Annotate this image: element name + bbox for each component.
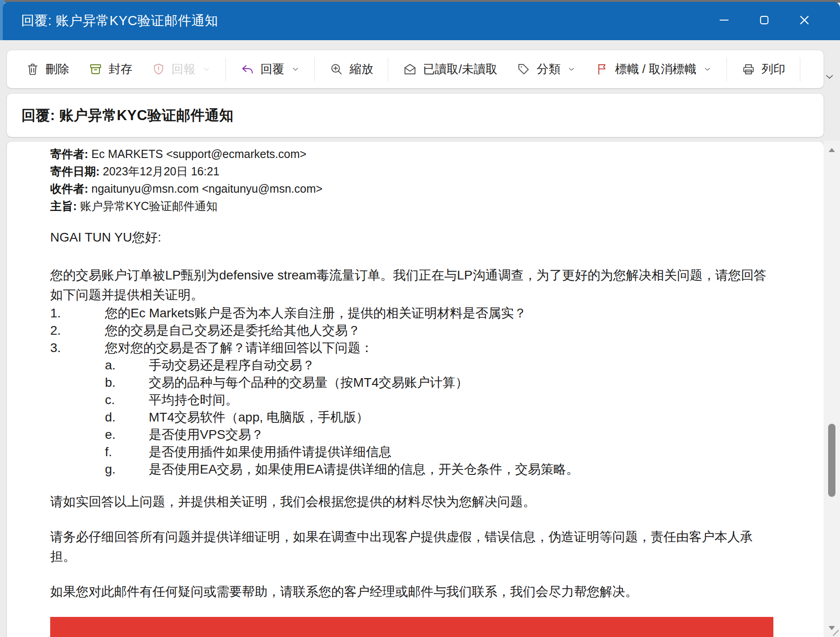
list-number: 1. <box>50 305 105 322</box>
list-text: 手动交易还是程序自动交易？ <box>149 357 315 374</box>
list-item: 2. 您的交易是自己交易还是委托给其他人交易？ <box>50 322 777 339</box>
tag-icon <box>517 62 531 76</box>
from-value: Ec MARKETS <support@ecmarkets.com> <box>88 147 306 160</box>
chevron-down-icon[interactable] <box>703 65 712 74</box>
report-button: 回報 <box>142 56 220 83</box>
list-number: 3. <box>50 339 105 357</box>
toolbar-divider <box>726 58 727 81</box>
toolbar-divider <box>314 58 315 81</box>
scrollbar-thumb[interactable] <box>828 424 835 497</box>
categorize-label: 分類 <box>537 61 560 77</box>
sub-list-item: c. 平均持仓时间。 <box>105 391 777 409</box>
archive-button[interactable]: 封存 <box>79 56 142 83</box>
toolbar-more-chevron-down-icon[interactable] <box>824 71 837 84</box>
to-label: 收件者: <box>50 182 88 195</box>
toolbar-divider <box>388 58 388 81</box>
flag-unflag-button[interactable]: 標幟 / 取消標幟 <box>585 56 721 83</box>
zoom-button[interactable]: 縮放 <box>320 56 383 83</box>
to-value: ngaitunyu@msn.com <ngaitunyu@msn.com> <box>88 182 323 195</box>
list-number: 2. <box>50 322 105 339</box>
archive-icon <box>89 62 103 76</box>
toolbar: 刪除 封存 回報 <box>7 50 824 88</box>
read-unread-envelope-icon <box>403 62 417 76</box>
flag-icon <box>595 62 609 76</box>
sub-list-item: f. 是否使用插件如果使用插件请提供详细信息 <box>105 443 777 461</box>
close-button[interactable] <box>791 7 818 35</box>
report-shield-icon <box>151 62 166 76</box>
sub-list-item: a. 手动交易还是程序自动交易？ <box>105 357 777 374</box>
reply-button[interactable]: 回覆 <box>231 56 309 83</box>
from-label: 寄件者: <box>50 147 88 160</box>
list-text: 是否使用插件如果使用插件请提供详细信息 <box>149 443 391 461</box>
page-title: 回覆: 账户异常KYC验证邮件通知 <box>21 106 234 125</box>
reply-arrow-icon <box>240 62 255 76</box>
report-label: 回報 <box>172 61 195 77</box>
trash-icon <box>26 62 40 76</box>
window-controls <box>710 7 818 35</box>
zoom-label: 縮放 <box>350 61 373 77</box>
question-list: 1. 您的Ec Markets账户是否为本人亲自注册，提供的相关证明材料是否属实… <box>50 305 777 478</box>
list-text: 是否使用EA交易，如果使用EA请提供详细的信息，开关仓条件，交易策略。 <box>149 461 579 478</box>
scroll-up-icon <box>829 148 835 152</box>
sub-list-item: b. 交易的品种与每个品种的交易量（按MT4交易账户计算） <box>105 374 777 391</box>
date-label: 寄件日期: <box>50 165 99 178</box>
closing-paragraph: 请务必仔细回答所有问题并提供详细证明，如果在调查中出现客户提供虚假，错误信息，伪… <box>50 527 777 566</box>
list-letter: d. <box>105 409 149 426</box>
subject-label: 主旨: <box>50 200 77 212</box>
red-banner-image <box>50 617 773 637</box>
list-text: 您的交易是自己交易还是委托给其他人交易？ <box>105 322 360 339</box>
list-letter: f. <box>105 443 149 461</box>
list-item: 1. 您的Ec Markets账户是否为本人亲自注册，提供的相关证明材料是否属实… <box>50 305 777 322</box>
app-area: 刪除 封存 回報 <box>0 40 840 637</box>
resize-grip[interactable] <box>833 630 839 636</box>
date-value: 2023年12月20日 16:21 <box>99 165 219 178</box>
chevron-down-icon[interactable] <box>567 65 576 74</box>
titlebar: 回覆: 账户异常KYC验证邮件通知 <box>3 2 840 40</box>
flag-unflag-label: 標幟 / 取消標幟 <box>615 61 696 77</box>
print-label: 列印 <box>762 61 785 77</box>
list-text: 您对您的交易是否了解？请详细回答以下问题： <box>105 339 373 357</box>
minimize-button[interactable] <box>710 7 738 35</box>
mail-headers: 寄件者: Ec MARKETS <support@ecmarkets.com> … <box>50 145 777 215</box>
vertical-scrollbar[interactable] <box>824 141 840 637</box>
delete-button[interactable]: 刪除 <box>16 56 79 83</box>
sub-list-item: d. MT4交易软件（app, 电脑版，手机版） <box>105 409 777 426</box>
maximize-button[interactable] <box>751 7 778 35</box>
categorize-button[interactable]: 分類 <box>507 56 585 83</box>
read-unread-label: 已讀取/未讀取 <box>423 61 497 77</box>
greeting-line: NGAI TUN YU您好: <box>50 227 777 247</box>
minimize-icon <box>717 13 731 29</box>
delete-label: 刪除 <box>46 61 69 77</box>
list-text: 您的Ec Markets账户是否为本人亲自注册，提供的相关证明材料是否属实？ <box>105 305 527 322</box>
maximize-icon <box>757 13 771 29</box>
print-button[interactable]: 列印 <box>732 56 795 83</box>
closing-paragraph: 请如实回答以上问题，并提供相关证明，我们会根据您提供的材料尽快为您解决问题。 <box>50 492 777 511</box>
header-subject: 主旨: 账户异常KYC验证邮件通知 <box>50 197 777 215</box>
archive-label: 封存 <box>109 61 132 77</box>
printer-icon <box>741 62 756 76</box>
subject-value: 账户异常KYC验证邮件通知 <box>77 200 217 212</box>
list-letter: c. <box>105 391 149 409</box>
read-unread-button[interactable]: 已讀取/未讀取 <box>393 56 507 83</box>
header-to: 收件者: ngaitunyu@msn.com <ngaitunyu@msn.co… <box>50 180 777 197</box>
window-title: 回覆: 账户异常KYC验证邮件通知 <box>3 12 710 30</box>
list-text: MT4交易软件（app, 电脑版，手机版） <box>149 409 369 426</box>
intro-paragraph: 您的交易账户订单被LP甄别为defensive stream毒流量订单。我们正在… <box>50 265 777 305</box>
list-text: 是否使用VPS交易？ <box>149 426 264 443</box>
list-letter: g. <box>105 461 149 478</box>
list-letter: e. <box>105 426 149 443</box>
toolbar-divider <box>225 58 226 81</box>
header-date: 寄件日期: 2023年12月20日 16:21 <box>50 163 777 180</box>
subject-card: 回覆: 账户异常KYC验证邮件通知 <box>7 94 824 137</box>
sub-list-item: e. 是否使用VPS交易？ <box>105 426 777 443</box>
zoom-magnifier-icon <box>329 62 344 76</box>
chevron-down-icon[interactable] <box>291 65 300 74</box>
mail-reader-window: 回覆: 账户异常KYC验证邮件通知 <box>0 0 840 637</box>
list-text: 交易的品种与每个品种的交易量（按MT4交易账户计算） <box>149 374 468 391</box>
chevron-down-icon <box>202 65 211 74</box>
list-letter: b. <box>105 374 149 391</box>
list-text: 平均持仓时间。 <box>149 391 238 409</box>
message-body-card: 寄件者: Ec MARKETS <support@ecmarkets.com> … <box>7 142 824 637</box>
closing-paragraph: 如果您对此邮件有任何疑问或需要帮助，请联系您的客户经理或邮件与我们联系，我们会尽… <box>50 582 777 601</box>
scroll-up-button[interactable] <box>824 144 840 155</box>
